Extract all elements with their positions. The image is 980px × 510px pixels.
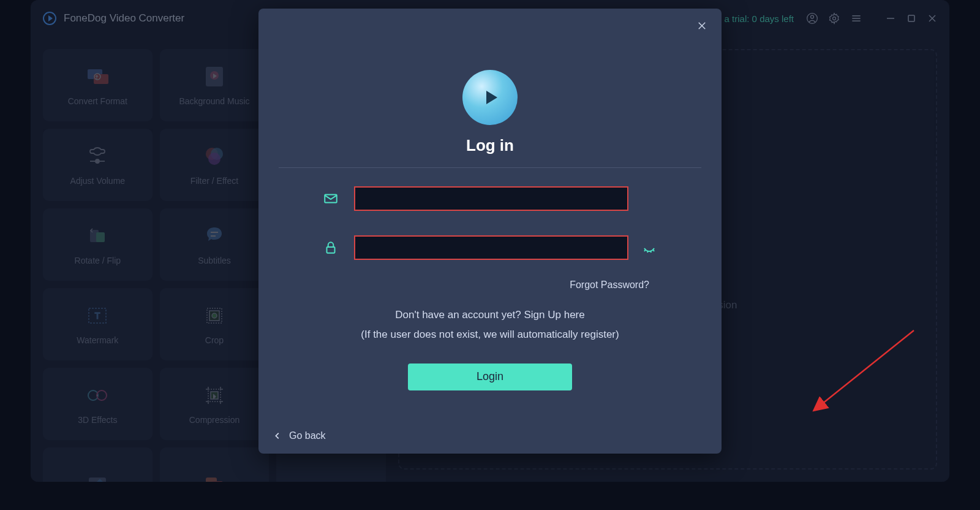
email-icon [322,190,339,207]
login-modal: Log in Forgot Password? [258,9,722,454]
close-icon[interactable] [695,18,709,33]
go-back-label: Go back [289,430,326,441]
annotation-arrow [810,324,920,416]
signup-line1[interactable]: Don't have an account yet? Sign Up here [395,309,584,321]
app-window: FoneDog Video Converter as a trial: 0 da… [31,0,949,482]
svg-line-44 [650,251,651,253]
svg-line-43 [647,251,648,253]
eye-icon[interactable] [641,239,658,256]
signup-text: Don't have an account yet? Sign Up here … [361,305,619,345]
modal-overlay: Log in Forgot Password? [31,0,949,482]
svg-line-46 [822,330,914,404]
forgot-password-link[interactable]: Forgot Password? [570,280,649,290]
lock-icon [322,239,339,256]
svg-line-42 [644,249,646,251]
email-input[interactable] [354,186,628,211]
modal-logo-icon [462,70,518,125]
password-input[interactable] [354,235,628,260]
login-button[interactable]: Login [408,363,572,390]
go-back-button[interactable]: Go back [273,430,326,441]
svg-line-45 [653,249,654,251]
signup-line2: (If the user does not exist, we will aut… [361,329,619,340]
svg-rect-41 [327,247,335,253]
divider [279,167,701,168]
modal-title: Log in [466,136,514,155]
